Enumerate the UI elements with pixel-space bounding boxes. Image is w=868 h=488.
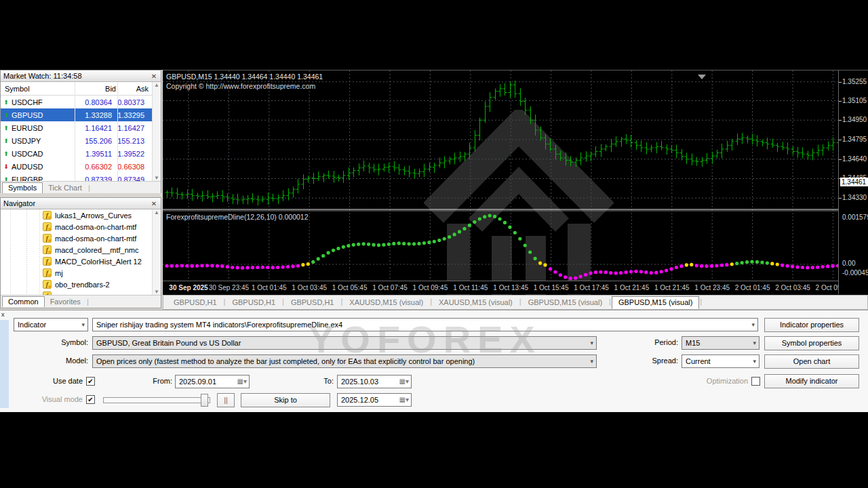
arrow-up-icon: ⬆ — [1, 112, 12, 119]
market-watch-titlebar: Market Watch: 11:34:58 ✕ — [1, 70, 161, 82]
tester-mode-select[interactable]: Indicator — [14, 318, 88, 331]
navigator-item[interactable]: f — [1, 290, 161, 295]
market-watch-row[interactable]: ⬇AUDUSD0.663020.66308 — [1, 160, 161, 173]
symbol-name: USDCHF — [12, 98, 70, 106]
visual-mode-checkbox[interactable]: ✔ — [86, 395, 95, 404]
market-watch-row[interactable]: ⬆GBPUSD1.332881.33295 — [1, 108, 161, 121]
period-select[interactable]: M15 — [682, 336, 760, 350]
navigator-item[interactable]: fMACD_ColorHist_Alert 12 — [1, 256, 161, 267]
navigator-item[interactable]: fmj — [1, 267, 161, 279]
indicator-file-icon: f — [43, 257, 52, 266]
navigator-tab[interactable]: Favorites — [45, 297, 86, 307]
scroll-down-icon[interactable]: ▼ — [154, 175, 159, 181]
symbol-properties-button[interactable]: Symbol properties — [764, 336, 859, 350]
price-axis: 1.352551.351051.349501.347951.346401.344… — [838, 70, 868, 294]
modify-indicator-button[interactable]: Modify indicator — [764, 374, 859, 388]
chart-copyright: Copyright © http://www.forexprofitsuprem… — [166, 82, 315, 90]
navigator-item[interactable]: flukas1_Arrows_Curves — [1, 209, 161, 221]
navigator-item-label: macd-osma-on-chart-mtf — [55, 235, 136, 243]
time-axis: 30 Sep 202530 Sep 23:451 Oct 01:451 Oct … — [163, 281, 838, 294]
indicator-axis-label: 0.00 — [842, 260, 855, 267]
chart-tab[interactable]: XAUUSD,M15 (visual) — [343, 297, 429, 308]
bid-value: 0.87339 — [70, 176, 112, 182]
visual-speed-slider[interactable] — [103, 397, 210, 403]
market-watch-title: Market Watch: 11:34:58 — [3, 72, 150, 80]
indicator-properties-button[interactable]: Indicator properties — [764, 318, 859, 332]
spread-select[interactable]: Current — [682, 354, 760, 368]
chart-tab[interactable]: GBPUSD,H1 — [226, 297, 281, 308]
arrow-up-icon: ⬆ — [1, 176, 12, 182]
chart-window[interactable]: GBPUSD,M15 1.34440 1.34464 1.34440 1.344… — [163, 70, 868, 295]
navigator-tab[interactable]: Common — [2, 296, 45, 307]
symbol-name: USDCAD — [12, 150, 70, 158]
chart-tab[interactable]: GBPUSD,H1 — [285, 297, 340, 308]
navigator-item[interactable]: fmacd-osma-on-chart-mtf — [1, 232, 161, 244]
market-watch-row[interactable]: ⬆USDCAD1.395111.39522 — [1, 147, 161, 160]
calendar-icon[interactable]: ▦▾ — [237, 378, 247, 386]
slider-thumb[interactable] — [201, 394, 208, 407]
calendar-icon[interactable]: ▦▾ — [399, 396, 409, 404]
navigator-panel: Navigator ✕ ▲ ▼ flukas1_Arrows_Curvesfma… — [0, 197, 161, 308]
indicator-file-icon: f — [43, 291, 52, 295]
symbol-select[interactable]: GBPUSD, Great Britain Pound vs US Dollar — [92, 336, 597, 350]
indicator-file-icon: f — [43, 280, 52, 289]
close-icon[interactable]: ✕ — [150, 73, 158, 80]
column-ask[interactable]: Ask — [116, 85, 150, 93]
optimization-label: Optimization — [690, 375, 748, 388]
symbol-name: EURUSD — [12, 124, 70, 132]
optimization-checkbox[interactable] — [751, 377, 760, 386]
symbol-name: EURGBP — [12, 176, 70, 182]
visual-mode-label: Visual mode — [37, 393, 83, 406]
chart-tab[interactable]: GBPUSD,M15 (visual) — [522, 297, 608, 308]
indicator-axis-label: -0.000456 — [842, 269, 868, 277]
open-chart-button[interactable]: Open chart — [764, 354, 859, 369]
tester-side-rail — [0, 320, 9, 408]
use-date-label: Use date — [41, 375, 83, 388]
chart-tab[interactable]: GBPUSD,M15 (visual) — [612, 296, 699, 309]
calendar-icon[interactable]: ▦▾ — [399, 378, 409, 386]
market-watch-row[interactable]: ⬆EURGBP0.873390.87349 — [1, 173, 161, 181]
tab-separator: | — [86, 298, 90, 307]
model-select[interactable]: Open prices only (fastest method to anal… — [92, 354, 597, 368]
navigator-item[interactable]: fmacd-osma-on-chart-mtf — [1, 221, 161, 232]
time-axis-label: 1 Oct 23:45 — [694, 284, 730, 291]
skip-date-input[interactable]: 2025.12.05▦▾ — [337, 393, 412, 407]
indicator-path-select[interactable]: Sniper rishijay trading system MT4 indic… — [92, 318, 758, 331]
chart-tab[interactable]: GBPUSD,H1 — [167, 297, 223, 308]
symbol-name: USDJPY — [12, 137, 70, 145]
indicator-name-label: ForexprofitsupremeDline(12,26,10) 0.0000… — [166, 213, 309, 221]
to-date-input[interactable]: 2025.10.03▦▾ — [337, 375, 412, 388]
current-price-box: 1.34461 — [840, 178, 868, 186]
market-watch-row[interactable]: ⬆USDJPY155.206155.213 — [1, 134, 161, 147]
chart-tab[interactable]: XAUUSD,M15 (visual) — [433, 297, 519, 308]
time-axis-label: 1 Oct 01:45 — [252, 284, 287, 291]
price-axis-label: 1.34640 — [842, 155, 867, 163]
use-date-checkbox[interactable]: ✔ — [86, 377, 95, 386]
navigator-item[interactable]: fobo_trendbars-2 — [1, 279, 161, 290]
price-tick — [839, 120, 842, 121]
time-axis-label: 2 Oct 05:45 — [816, 284, 838, 291]
market-watch-scrollbar[interactable]: ▲ ▼ — [152, 82, 161, 181]
bid-value: 1.39511 — [70, 150, 112, 158]
scroll-up-icon[interactable]: ▲ — [154, 82, 159, 88]
close-icon[interactable]: ✕ — [150, 200, 158, 207]
market-watch-row[interactable]: ⬆USDCHF0.803640.80373 — [1, 96, 161, 108]
navigator-titlebar: Navigator ✕ — [1, 198, 161, 209]
arrow-up-icon: ⬆ — [1, 138, 12, 144]
price-chart-canvas[interactable] — [163, 70, 838, 294]
navigator-item[interactable]: fmacd_colored__mtf_nmc — [1, 244, 161, 256]
market-watch-tab[interactable]: Symbols — [2, 182, 43, 193]
market-watch-tab[interactable]: Tick Chart — [43, 183, 87, 193]
close-icon[interactable]: x — [1, 311, 5, 318]
skip-to-button[interactable]: Skip to — [241, 393, 330, 407]
chart-gridlines — [163, 70, 838, 281]
arrow-up-icon: ⬆ — [1, 125, 12, 131]
bid-value: 0.80364 — [70, 98, 112, 106]
pause-button[interactable]: || — [217, 393, 235, 407]
navigator-tabs: CommonFavorites| — [1, 295, 161, 307]
from-date-input[interactable]: 2025.09.01▦▾ — [175, 375, 250, 388]
column-bid[interactable]: Bid — [74, 85, 116, 93]
column-symbol[interactable]: Symbol — [1, 85, 74, 93]
market-watch-row[interactable]: ⬆EURUSD1.164211.16427 — [1, 121, 161, 134]
price-axis-label: 1.34795 — [842, 136, 867, 143]
